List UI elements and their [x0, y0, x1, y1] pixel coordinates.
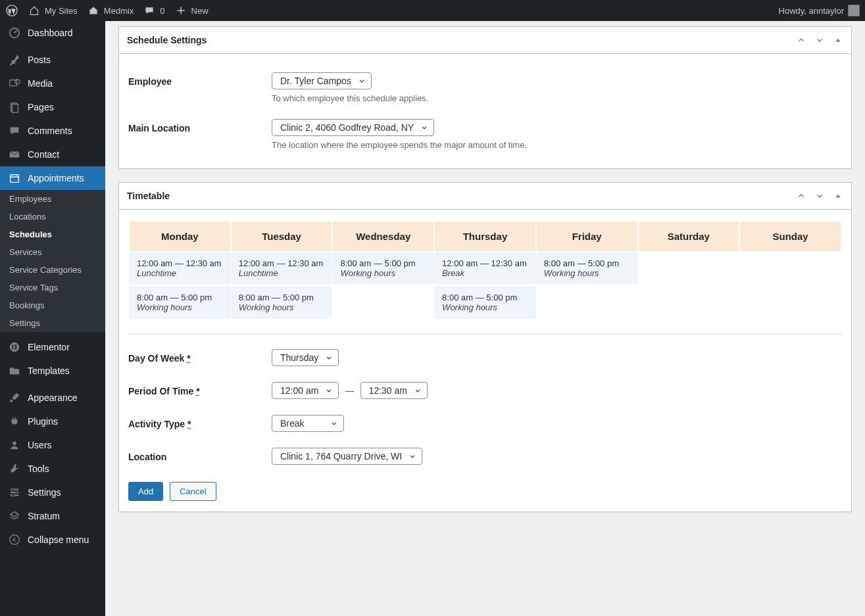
- svg-rect-9: [14, 344, 17, 346]
- menu-stratum[interactable]: Stratum: [0, 504, 105, 528]
- slot-label: Working hours: [442, 302, 528, 312]
- timetable-slot[interactable]: 8:00 am — 5:00 pm Working hours: [333, 252, 433, 284]
- submenu-service-categories[interactable]: Service Categories: [0, 261, 105, 279]
- submenu-locations[interactable]: Locations: [0, 208, 105, 225]
- cancel-button[interactable]: Cancel: [170, 482, 216, 501]
- wp-logo[interactable]: [5, 4, 18, 17]
- slot-label: Working hours: [239, 302, 325, 312]
- schedule-settings-panel: Schedule Settings Employee Dr. Tyler Cam…: [118, 26, 852, 169]
- period-to-select[interactable]: 12:30 am: [360, 382, 428, 399]
- slot-time: 12:00 am — 12:30 am: [239, 258, 325, 268]
- move-up-icon[interactable]: [796, 35, 806, 45]
- panel-header: Timetable: [119, 183, 851, 210]
- panel-header: Schedule Settings: [119, 27, 851, 54]
- submenu-schedules[interactable]: Schedules: [0, 225, 105, 243]
- layers-icon: [8, 509, 21, 523]
- menu-appointments[interactable]: Appointments: [0, 166, 105, 190]
- plug-icon: [8, 415, 21, 428]
- menu-label: Posts: [28, 55, 51, 65]
- slot-time: 8:00 am — 5:00 pm: [442, 293, 528, 302]
- svg-rect-11: [14, 348, 17, 350]
- slot-label: Working hours: [137, 302, 223, 312]
- menu-label: Collapse menu: [28, 534, 89, 538]
- menu-users[interactable]: Users: [0, 433, 105, 457]
- timetable-slot[interactable]: 12:00 am — 12:30 am Break: [435, 252, 535, 284]
- timetable-slot[interactable]: 8:00 am — 5:00 pm Working hours: [130, 287, 230, 318]
- day-header: Tuesday: [232, 222, 332, 251]
- menu-label: Tools: [28, 463, 49, 474]
- svg-rect-4: [12, 105, 18, 113]
- slot-time: 12:00 am — 12:30 am: [137, 258, 223, 268]
- my-sites-link[interactable]: My Sites: [28, 4, 78, 17]
- site-name-label: Medmix: [104, 6, 134, 16]
- period-to-value: 12:30 am: [369, 385, 407, 396]
- employee-select[interactable]: Dr. Tyler Campos: [272, 72, 372, 89]
- day-header: Thursday: [435, 222, 535, 251]
- menu-templates[interactable]: Templates: [0, 359, 105, 383]
- day-header: Wednesday: [333, 222, 433, 251]
- timetable-slot[interactable]: 8:00 am — 5:00 pm Working hours: [537, 252, 637, 284]
- submenu-settings[interactable]: Settings: [0, 314, 105, 332]
- mail-icon: [8, 148, 21, 161]
- account-link[interactable]: Howdy, anntaylor: [779, 5, 860, 16]
- timetable-slot[interactable]: 12:00 am — 12:30 am Lunchtime: [232, 252, 332, 284]
- period-separator: —: [345, 386, 354, 396]
- menu-contact[interactable]: Contact: [0, 143, 105, 166]
- menu-posts[interactable]: Posts: [0, 48, 105, 72]
- admin-bar: My Sites Medmix 0 New Howdy, anntaylor: [0, 0, 865, 21]
- howdy-label: Howdy, anntaylor: [779, 6, 844, 16]
- slot-time: 8:00 am — 5:00 pm: [239, 293, 325, 302]
- timetable-grid: Monday Tuesday Wednesday Thursday Friday…: [128, 220, 842, 322]
- main-content: Schedule Settings Employee Dr. Tyler Cam…: [105, 26, 865, 538]
- menu-tools[interactable]: Tools: [0, 457, 105, 481]
- activity-select[interactable]: Break: [272, 415, 344, 432]
- activity-value: Break: [280, 418, 305, 429]
- main-location-value: Clinic 2, 4060 Godfrey Road, NY: [280, 122, 414, 133]
- menu-dashboard[interactable]: Dashboard: [0, 21, 105, 45]
- move-up-icon[interactable]: [796, 191, 806, 201]
- submenu-employees[interactable]: Employees: [0, 190, 105, 208]
- svg-point-0: [7, 5, 17, 16]
- timetable-slot[interactable]: 8:00 am — 5:00 pm Working hours: [435, 287, 535, 318]
- menu-settings[interactable]: Settings: [0, 481, 105, 504]
- menu-label: Stratum: [28, 511, 60, 521]
- comments-link[interactable]: 0: [143, 4, 164, 17]
- menu-label: Pages: [28, 102, 54, 112]
- location-value: Clinic 1, 764 Quarry Drive, WI: [280, 451, 402, 462]
- timetable-slot[interactable]: 12:00 am — 12:30 am Lunchtime: [130, 252, 230, 284]
- move-down-icon[interactable]: [814, 35, 825, 45]
- menu-elementor[interactable]: Elementor: [0, 335, 105, 359]
- avatar: [848, 5, 860, 16]
- timetable-slot[interactable]: 8:00 am — 5:00 pm Working hours: [232, 287, 332, 318]
- add-button[interactable]: Add: [128, 482, 163, 501]
- move-down-icon[interactable]: [814, 191, 825, 201]
- appointments-submenu: Employees Locations Schedules Services S…: [0, 190, 105, 332]
- chevron-down-icon: [408, 452, 416, 460]
- submenu-bookings[interactable]: Bookings: [0, 296, 105, 314]
- location-select[interactable]: Clinic 1, 764 Quarry Drive, WI: [272, 448, 422, 465]
- submenu-service-tags[interactable]: Service Tags: [0, 279, 105, 296]
- submenu-services[interactable]: Services: [0, 243, 105, 261]
- comments-count: 0: [160, 6, 164, 16]
- site-link[interactable]: Medmix: [87, 4, 134, 17]
- main-location-select[interactable]: Clinic 2, 4060 Godfrey Road, NY: [272, 119, 434, 136]
- menu-label: Settings: [28, 487, 61, 498]
- panel-title: Timetable: [127, 183, 170, 209]
- menu-comments[interactable]: Comments: [0, 119, 105, 143]
- required-indicator: *: [187, 419, 191, 429]
- menu-plugins[interactable]: Plugins: [0, 410, 105, 433]
- menu-pages[interactable]: Pages: [0, 95, 105, 119]
- svg-point-13: [12, 488, 14, 491]
- period-from-select[interactable]: 12:00 am: [272, 382, 339, 399]
- media-icon: [8, 77, 21, 90]
- toggle-icon[interactable]: [833, 191, 843, 201]
- dow-select[interactable]: Thursday: [272, 349, 339, 366]
- sliders-icon: [8, 486, 21, 499]
- menu-appearance[interactable]: Appearance: [0, 386, 105, 410]
- menu-media[interactable]: Media: [0, 72, 105, 95]
- employee-select-value: Dr. Tyler Campos: [280, 76, 351, 86]
- svg-point-12: [12, 442, 16, 445]
- menu-collapse[interactable]: Collapse menu: [0, 528, 105, 538]
- toggle-icon[interactable]: [833, 35, 843, 45]
- new-link[interactable]: New: [174, 4, 209, 17]
